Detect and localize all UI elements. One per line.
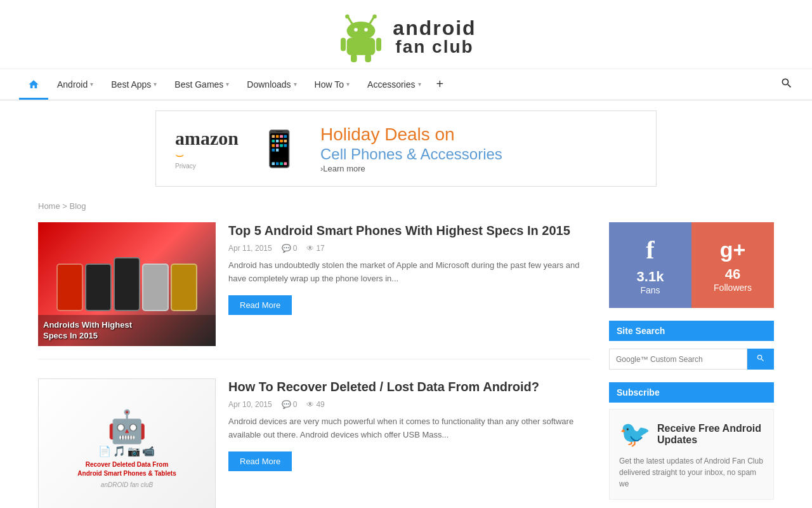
phones-strip — [50, 251, 204, 318]
post-thumbnail-image: 🤖 📄🎵📷📹 Recover Deleted Data FromAndroid … — [38, 378, 216, 508]
nav-accessories[interactable]: Accessories ▾ — [358, 72, 429, 97]
post-body: How To Recover Deleted / Lost Data From … — [228, 378, 590, 508]
search-icon — [780, 77, 793, 90]
main-nav: Android ▾ Best Apps ▾ Best Games ▾ Downl… — [0, 69, 812, 101]
home-icon — [28, 79, 39, 90]
android-recover-icon: 🤖 — [77, 408, 176, 445]
read-more-button[interactable]: Read More — [228, 295, 292, 315]
search-box — [609, 349, 774, 370]
nav-downloads[interactable]: Downloads ▾ — [238, 72, 305, 97]
thumb1-overlay: Androids With HighestSpecs In 2015 — [38, 315, 216, 347]
svg-rect-8 — [341, 38, 346, 51]
nav-best-apps[interactable]: Best Apps ▾ — [102, 72, 166, 97]
subscribe-section-title: Subscribe — [609, 382, 774, 403]
ad-headline: Holiday Deals on — [320, 124, 502, 145]
read-more-button[interactable]: Read More — [228, 451, 292, 471]
amazon-arrow: ⌣ — [175, 149, 184, 161]
post-meta: Apr 10, 2015 💬 0 👁 49 — [228, 400, 590, 409]
facebook-icon: f — [646, 235, 654, 265]
breadcrumb-separator: > — [62, 201, 69, 211]
phone-dark — [85, 264, 112, 311]
post-body: Top 5 Android Smart Phones With Highest … — [228, 222, 590, 346]
breadcrumb-current: Blog — [70, 201, 86, 211]
chevron-icon: ▾ — [294, 81, 297, 88]
post-date: Apr 11, 2015 — [228, 244, 272, 253]
post-comments: 💬 0 — [282, 244, 298, 253]
svg-rect-9 — [376, 38, 381, 51]
post-date: Apr 10, 2015 — [228, 400, 272, 409]
facebook-label: Fans — [640, 285, 660, 295]
post-title-link[interactable]: How To Recover Deleted / Lost Data From … — [228, 378, 590, 395]
facebook-box[interactable]: f 3.1k Fans — [609, 222, 691, 308]
chevron-icon: ▾ — [418, 81, 421, 88]
breadcrumb: Home > Blog — [19, 196, 793, 216]
breadcrumb-home-link[interactable]: Home — [38, 201, 60, 211]
post-views: 👁 49 — [306, 400, 324, 409]
search-section-title: Site Search — [609, 321, 774, 341]
svg-rect-7 — [347, 38, 376, 55]
chevron-icon: ▾ — [226, 81, 229, 88]
site-header: anDROID fan cluB — [0, 0, 812, 69]
phone-silver — [142, 264, 169, 311]
post-comments: 💬 0 — [282, 400, 298, 409]
nav-search-button[interactable] — [780, 77, 793, 91]
nav-best-games[interactable]: Best Games ▾ — [166, 72, 238, 97]
android-robot-icon — [336, 11, 386, 62]
svg-point-6 — [365, 28, 369, 32]
ad-privacy-text: Privacy — [175, 163, 196, 170]
ad-learn-more[interactable]: ›Learn more — [320, 164, 365, 173]
ad-subheadline: Cell Phones & Accessories — [320, 145, 502, 164]
svg-rect-10 — [351, 54, 357, 62]
post-title-link[interactable]: Top 5 Android Smart Phones With Highest … — [228, 222, 590, 239]
posts-list: Androids With HighestSpecs In 2015 Top 5… — [38, 222, 590, 508]
ad-amazon: amazon ⌣ Privacy — [175, 128, 239, 170]
google-box[interactable]: g+ 46 Followers — [691, 222, 774, 308]
svg-point-3 — [373, 15, 377, 18]
subscribe-title: Receive Free Android Updates — [657, 423, 764, 446]
logo-fanclub-text: fan cluB — [393, 38, 476, 56]
ad-content: Holiday Deals on Cell Phones & Accessori… — [320, 124, 502, 173]
svg-point-4 — [347, 22, 376, 40]
post-views: 👁 17 — [306, 244, 324, 253]
phone-gold — [171, 264, 197, 311]
search-submit-button[interactable] — [747, 349, 774, 370]
post-excerpt: Android has undoubtedly stolen the marke… — [228, 259, 590, 286]
ad-phone-image: 📱 — [258, 128, 301, 170]
post-thumbnail-image: Androids With HighestSpecs In 2015 — [38, 222, 216, 346]
file-icons: 📄🎵📷📹 — [77, 445, 176, 457]
nav-plus-button[interactable]: + — [430, 69, 450, 99]
post-excerpt: Android devices are very much powerful w… — [228, 415, 590, 442]
thumb1-label: Androids With HighestSpecs In 2015 — [43, 320, 211, 342]
nav-android[interactable]: Android ▾ — [48, 72, 102, 97]
chevron-icon: ▾ — [346, 81, 350, 88]
search-input[interactable] — [609, 349, 747, 370]
post-item: 🤖 📄🎵📷📹 Recover Deleted Data FromAndroid … — [38, 378, 590, 508]
social-boxes: f 3.1k Fans g+ 46 Followers — [609, 222, 774, 308]
ad-banner[interactable]: amazon ⌣ Privacy 📱 Holiday Deals on Cell… — [155, 110, 657, 187]
phone-dark2 — [114, 257, 140, 311]
phone-red — [56, 264, 83, 311]
svg-point-1 — [346, 15, 350, 18]
subscribe-text: Get the latest updates of Android Fan Cl… — [619, 455, 764, 490]
google-label: Followers — [714, 283, 752, 293]
post-thumbnail: Androids With HighestSpecs In 2015 — [38, 222, 216, 346]
subscribe-header: 🐦 Receive Free Android Updates — [619, 419, 764, 449]
svg-point-5 — [355, 28, 358, 32]
search-submit-icon — [756, 354, 765, 363]
recover-brand: anDROID fan cluB — [77, 481, 176, 488]
sidebar: f 3.1k Fans g+ 46 Followers Site Search … — [609, 222, 774, 508]
subscribe-section: 🐦 Receive Free Android Updates Get the l… — [609, 409, 774, 500]
logo-text: anDROID fan cluB — [393, 18, 476, 56]
chevron-icon: ▾ — [90, 81, 93, 88]
logo-android-text: anDROID — [393, 18, 476, 38]
nav-howto[interactable]: How To ▾ — [306, 72, 358, 97]
post-item: Androids With HighestSpecs In 2015 Top 5… — [38, 222, 590, 359]
nav-home[interactable] — [19, 71, 48, 100]
recover-label: Recover Deleted Data FromAndroid Smart P… — [77, 460, 176, 478]
logo-area[interactable]: anDROID fan cluB — [0, 11, 812, 62]
thumb2-content: 🤖 📄🎵📷📹 Recover Deleted Data FromAndroid … — [71, 402, 182, 495]
google-plus-icon: g+ — [720, 237, 746, 262]
subscribe-icon: 🐦 — [619, 419, 651, 449]
post-thumbnail: 🤖 📄🎵📷📹 Recover Deleted Data FromAndroid … — [38, 378, 216, 508]
amazon-logo-text: amazon — [175, 128, 239, 149]
